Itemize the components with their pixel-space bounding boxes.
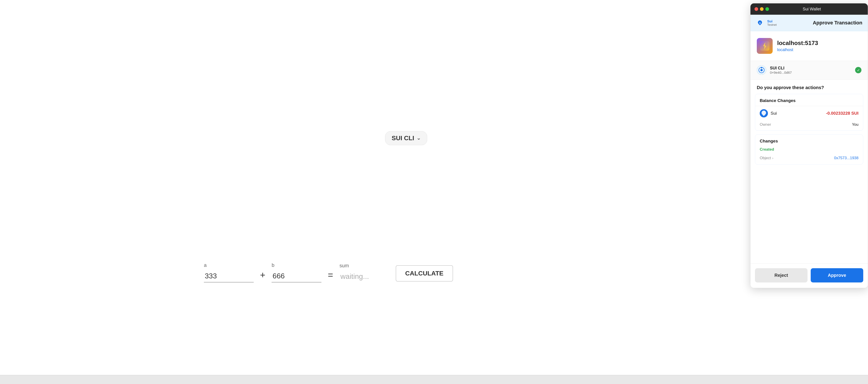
- svg-point-7: [761, 67, 762, 68]
- changes-object-row: Object › 0x7573...1938: [755, 154, 863, 165]
- title-bar: Sui Wallet: [750, 3, 868, 15]
- site-info-section: localhost:5173 localhost: [750, 31, 868, 61]
- changes-section: Changes Created Object › 0x7573...1938: [755, 134, 863, 165]
- balance-owner-value: You: [852, 123, 859, 127]
- minimize-button[interactable]: [760, 7, 764, 11]
- approve-question-text: Do you approve these actions?: [750, 80, 868, 94]
- main-app: SUI CLI ⌄ a + b = sum waiting... CALCULA…: [0, 0, 868, 384]
- equals-operator: =: [328, 270, 333, 282]
- account-name: SUI CLI: [770, 66, 851, 71]
- network-sub: Testnet: [767, 23, 777, 27]
- account-verified-icon: ✓: [855, 67, 862, 73]
- balance-owner-row: Owner You: [755, 120, 863, 131]
- window-controls: [754, 7, 769, 11]
- sui-network-logo: S: [756, 19, 764, 27]
- calc-b-input[interactable]: [272, 270, 321, 282]
- balance-owner-label: Owner: [760, 123, 852, 127]
- balance-changes-header: Balance Changes: [755, 94, 863, 106]
- wallet-selector-label: SUI CLI: [392, 135, 414, 142]
- wallet-network-info: Sui Testnet: [767, 19, 777, 27]
- wallet-page-title: Approve Transaction: [813, 20, 862, 26]
- maximize-button[interactable]: [765, 7, 769, 11]
- plus-operator: +: [260, 270, 265, 282]
- account-avatar: [757, 65, 766, 75]
- account-icon-svg: [757, 65, 766, 75]
- calc-sum-label: sum: [340, 263, 390, 269]
- taskbar: [0, 375, 868, 384]
- calc-b-label: b: [272, 262, 321, 268]
- site-url: localhost: [777, 47, 818, 52]
- wallet-selector-button[interactable]: SUI CLI ⌄: [385, 131, 427, 145]
- calculator-area: a + b = sum waiting... CALCULATE: [204, 262, 453, 282]
- wallet-popup: Sui Wallet S Sui Testnet Approve Transac…: [750, 3, 868, 288]
- arrow-icon: ›: [772, 156, 773, 160]
- lightning-icon: [760, 41, 770, 51]
- calc-a-input[interactable]: [204, 270, 254, 282]
- calc-a-label: a: [204, 262, 254, 268]
- site-icon: [757, 38, 773, 54]
- site-name: localhost:5173: [777, 40, 818, 46]
- reject-button[interactable]: Reject: [755, 268, 808, 282]
- close-button[interactable]: [754, 7, 758, 11]
- network-name: Sui: [767, 19, 777, 23]
- wallet-footer: Reject Approve: [750, 264, 868, 288]
- svg-point-6: [761, 69, 763, 71]
- chevron-down-icon: ⌄: [416, 135, 421, 141]
- calc-field-a: a: [204, 262, 254, 282]
- changes-created-label: Created: [755, 146, 863, 154]
- calc-field-b: b: [272, 262, 321, 282]
- account-section: SUI CLI 0×9e40...0d67 ✓: [750, 61, 868, 80]
- site-details: localhost:5173 localhost: [777, 40, 818, 52]
- wallet-content: localhost:5173 localhost SUI CLI 0×9e4: [750, 31, 868, 264]
- svg-text:S: S: [759, 22, 761, 25]
- calculate-button[interactable]: CALCULATE: [396, 265, 453, 282]
- account-info: SUI CLI 0×9e40...0d67: [770, 66, 851, 74]
- calc-result: sum waiting...: [340, 263, 390, 282]
- sui-coin-icon: [760, 109, 768, 117]
- balance-row: Sui -0.00233228 SUI: [755, 106, 863, 120]
- account-address: 0×9e40...0d67: [770, 71, 851, 74]
- changes-object-label: Object ›: [760, 156, 834, 160]
- approve-button[interactable]: Approve: [811, 268, 863, 282]
- sui-icon: [760, 109, 768, 117]
- window-title: Sui Wallet: [771, 7, 852, 11]
- balance-coin-name: Sui: [771, 111, 823, 116]
- changes-header: Changes: [755, 135, 863, 146]
- balance-amount: -0.00233228 SUI: [826, 111, 859, 116]
- changes-object-value: 0x7573...1938: [834, 156, 859, 160]
- wallet-header: S Sui Testnet Approve Transaction: [750, 15, 868, 31]
- calc-sum-value: waiting...: [340, 271, 390, 282]
- balance-changes-section: Balance Changes Sui -0.00233228 SUI Owne…: [755, 94, 863, 131]
